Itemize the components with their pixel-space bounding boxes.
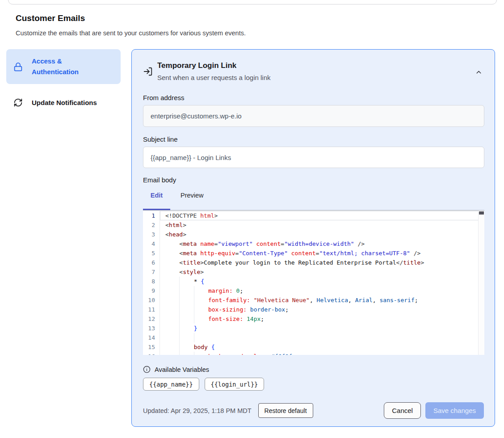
editor-scrollbar[interactable] xyxy=(478,211,484,355)
tab-preview[interactable]: Preview xyxy=(181,192,204,199)
email-body-tabs: Edit Preview xyxy=(143,192,204,199)
chevron-up-icon xyxy=(475,68,483,76)
lock-icon xyxy=(13,62,23,72)
sidebar-item-access-authentication[interactable]: Access & Authentication xyxy=(6,49,121,84)
subject-line-input[interactable] xyxy=(143,147,484,168)
email-body-label: Email body xyxy=(143,176,176,184)
editor-code[interactable]: <!DOCTYPE html><html><head> <meta name="… xyxy=(160,211,479,355)
from-address-label: From address xyxy=(143,94,185,101)
page-subtitle: Customize the emails that are sent to yo… xyxy=(16,29,246,37)
editor-scrollbar-thumb[interactable] xyxy=(479,211,484,215)
variable-chips: {{app_name}} {{login_url}} xyxy=(143,378,264,391)
info-icon xyxy=(143,366,151,373)
page-title: Customer Emails xyxy=(16,13,85,23)
variable-chip-app-name[interactable]: {{app_name}} xyxy=(143,378,199,391)
save-changes-button[interactable]: Save changes xyxy=(425,402,484,419)
email-body-editor[interactable]: 12345678910111213141516 <!DOCTYPE html><… xyxy=(143,210,484,355)
active-tab-underline xyxy=(143,209,170,210)
subject-line-label: Subject line xyxy=(143,135,178,143)
available-variables-label: Available Variables xyxy=(155,366,209,373)
editor-gutter: 12345678910111213141516 xyxy=(143,211,160,355)
updated-timestamp: Updated: Apr 29, 2025, 1:18 PM MDT xyxy=(143,407,252,414)
login-icon xyxy=(143,67,153,76)
panel-title: Temporary Login Link xyxy=(157,61,236,70)
cancel-button[interactable]: Cancel xyxy=(384,402,421,419)
panel-footer: Updated: Apr 29, 2025, 1:18 PM MDT Resto… xyxy=(143,402,484,419)
temporary-login-link-panel: Temporary Login Link Sent when a user re… xyxy=(131,49,495,427)
variable-chip-login-url[interactable]: {{login_url}} xyxy=(205,378,265,391)
panel-subtitle: Sent when a user requests a login link xyxy=(157,74,270,81)
from-address-input[interactable] xyxy=(143,105,484,127)
sidebar-item-update-notifications[interactable]: Update Notifications xyxy=(6,92,121,113)
top-toolbar-remnant xyxy=(8,0,497,4)
sidebar-item-label: Access & Authentication xyxy=(32,56,103,77)
collapse-panel-button[interactable] xyxy=(473,67,484,77)
sidebar-item-label: Update Notifications xyxy=(32,99,97,106)
tab-edit[interactable]: Edit xyxy=(143,192,170,199)
restore-default-button[interactable]: Restore default xyxy=(258,403,313,418)
available-variables-header: Available Variables xyxy=(143,366,209,373)
refresh-icon xyxy=(13,98,23,107)
